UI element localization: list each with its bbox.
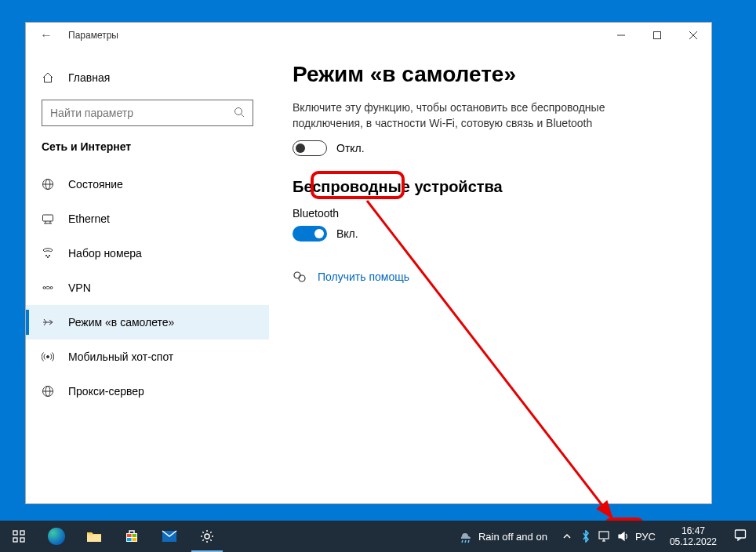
- svg-point-36: [205, 534, 209, 539]
- sidebar-home[interactable]: Главная: [26, 62, 269, 93]
- sidebar-item-proxy[interactable]: Прокси-сервер: [26, 374, 269, 409]
- home-icon: [42, 71, 54, 84]
- svg-point-23: [299, 275, 305, 281]
- search-icon: [234, 107, 245, 120]
- sidebar-item-status[interactable]: Состояние: [26, 167, 269, 202]
- maximize-button[interactable]: [639, 23, 675, 48]
- svg-rect-32: [133, 534, 137, 537]
- svg-rect-29: [87, 535, 101, 542]
- taskbar-store[interactable]: [113, 521, 151, 552]
- svg-rect-26: [20, 531, 24, 535]
- sidebar-item-label: Набор номера: [68, 247, 142, 260]
- svg-point-15: [47, 256, 48, 257]
- tray-chevron[interactable]: [560, 529, 574, 543]
- bluetooth-toggle-label: Вкл.: [336, 227, 358, 240]
- page-description: Включите эту функцию, чтобы остановить в…: [293, 100, 669, 131]
- search-icon: [12, 529, 26, 543]
- svg-point-4: [235, 107, 242, 114]
- tray-language[interactable]: РУС: [635, 531, 656, 543]
- bluetooth-label: Bluetooth: [293, 207, 688, 220]
- globe-net-icon: [42, 178, 54, 191]
- wireless-heading: Беспроводные устройства: [293, 178, 688, 196]
- svg-point-18: [47, 356, 49, 358]
- svg-rect-27: [13, 538, 17, 542]
- taskbar-explorer[interactable]: [75, 521, 113, 552]
- svg-rect-25: [13, 531, 17, 535]
- search-box[interactable]: [42, 100, 253, 126]
- proxy-icon: [42, 385, 54, 398]
- back-button[interactable]: ←: [40, 28, 53, 42]
- sidebar-item-label: Ethernet: [68, 212, 110, 225]
- store-icon: [125, 529, 139, 543]
- svg-rect-1: [654, 32, 661, 39]
- sidebar-item-vpn[interactable]: VPN: [26, 271, 269, 305]
- sidebar-item-label: Мобильный хот-спот: [68, 350, 173, 363]
- tray-network-icon[interactable]: [598, 529, 612, 543]
- clock-date: 05.12.2022: [670, 536, 717, 547]
- svg-rect-28: [20, 538, 24, 542]
- clock-time: 16:47: [670, 525, 717, 536]
- sidebar-item-airplane-mode[interactable]: Режим «в самолете»: [26, 305, 269, 340]
- taskbar-weather[interactable]: Rain off and on: [458, 529, 554, 543]
- vpn-icon: [42, 281, 54, 294]
- folder-icon: [86, 530, 102, 543]
- taskbar: Rain off and on РУС 16:47 05.12.2022: [0, 521, 756, 552]
- help-link-text: Получить помощь: [318, 271, 409, 283]
- svg-point-14: [49, 255, 49, 256]
- sidebar-item-hotspot[interactable]: Мобильный хот-спот: [26, 340, 269, 374]
- airplane-mode-toggle-row: Откл.: [293, 140, 688, 156]
- edge-icon: [48, 528, 65, 545]
- svg-line-39: [468, 540, 469, 543]
- sidebar-item-label: VPN: [68, 281, 91, 294]
- sidebar-item-dialup[interactable]: Набор номера: [26, 236, 269, 271]
- svg-rect-40: [599, 532, 609, 539]
- svg-line-5: [242, 114, 245, 117]
- svg-rect-31: [127, 534, 132, 537]
- taskbar-clock[interactable]: 16:47 05.12.2022: [662, 525, 725, 547]
- svg-line-37: [462, 540, 463, 543]
- svg-rect-43: [736, 530, 746, 538]
- sidebar-category: Сеть и Интернет: [26, 140, 269, 153]
- weather-text: Rain off and on: [478, 531, 547, 543]
- tray-bluetooth-icon[interactable]: [579, 529, 593, 543]
- system-tray: РУС: [554, 529, 662, 543]
- search-input[interactable]: [50, 107, 234, 119]
- svg-rect-34: [133, 538, 137, 541]
- svg-rect-33: [127, 538, 132, 541]
- sidebar-item-label: Прокси-сервер: [68, 385, 144, 398]
- sidebar-home-label: Главная: [68, 71, 110, 84]
- close-button[interactable]: [675, 23, 711, 48]
- dialup-icon: [42, 247, 54, 260]
- airplane-mode-toggle[interactable]: [293, 140, 327, 156]
- minimize-button[interactable]: [603, 23, 639, 48]
- taskbar-edge[interactable]: [38, 521, 75, 552]
- bluetooth-toggle-row: Вкл.: [293, 226, 688, 242]
- taskbar-settings[interactable]: [188, 521, 226, 552]
- svg-rect-9: [43, 215, 53, 221]
- svg-point-16: [43, 287, 45, 289]
- notification-icon: [734, 528, 747, 541]
- page-title: Режим «в самолете»: [293, 62, 688, 87]
- taskbar-search[interactable]: [0, 521, 38, 552]
- ethernet-icon: [42, 212, 54, 225]
- taskbar-mail[interactable]: [151, 521, 188, 552]
- svg-point-13: [45, 255, 46, 256]
- main-panel: Режим «в самолете» Включите эту функцию,…: [269, 48, 711, 503]
- sidebar-item-label: Режим «в самолете»: [68, 316, 174, 329]
- hotspot-icon: [42, 350, 54, 363]
- airplane-mode-toggle-label: Откл.: [336, 142, 365, 154]
- sidebar-item-ethernet[interactable]: Ethernet: [26, 202, 269, 236]
- svg-point-17: [50, 287, 53, 289]
- airplane-icon: [42, 316, 54, 329]
- window-title: Параметры: [68, 30, 118, 41]
- mail-icon: [162, 530, 177, 543]
- get-help-link[interactable]: Получить помощь: [293, 270, 688, 284]
- bluetooth-toggle[interactable]: [293, 226, 327, 242]
- titlebar: ← Параметры: [26, 23, 711, 48]
- taskbar-notifications[interactable]: [725, 528, 756, 544]
- sidebar-item-label: Состояние: [68, 178, 123, 191]
- sidebar: Главная Сеть и Интернет Состояние Ethern…: [26, 48, 269, 503]
- tray-volume-icon[interactable]: [616, 529, 631, 543]
- svg-line-38: [465, 540, 466, 543]
- settings-window: ← Параметры Главная Сеть и Интернет Сост: [25, 22, 712, 504]
